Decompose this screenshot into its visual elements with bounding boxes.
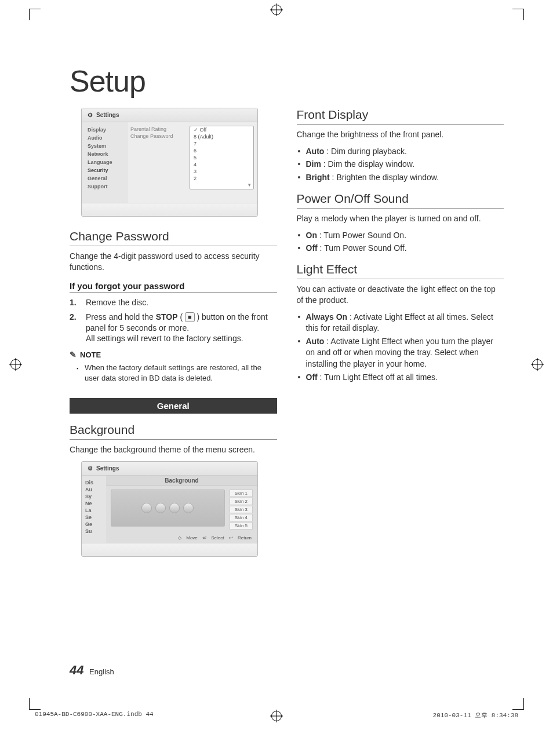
- option-item: 5: [190, 154, 253, 161]
- option-item: 4: [190, 161, 253, 168]
- skin-option: Skin 2: [230, 498, 253, 505]
- section-light-effect: Light Effect: [297, 262, 504, 279]
- settings-submenu: Parental Rating Change Password: [128, 122, 186, 203]
- skin-list: Skin 1 Skin 2 Skin 3 Skin 4 Skin 5: [230, 490, 253, 529]
- stop-icon: ■: [185, 312, 195, 322]
- section-bar-general: General: [70, 398, 277, 414]
- menu-item-selected: Security: [82, 166, 128, 174]
- subheading-forgot-password: If you forgot your password: [70, 281, 277, 293]
- section-desc: Change the background theme of the menu …: [70, 444, 277, 455]
- settings-side-menu: Dis Au Sy Ne La Se Ge Su: [82, 476, 106, 543]
- panel-title: Settings: [96, 112, 119, 118]
- preview-icon: [169, 503, 180, 513]
- note-icon: ✎: [70, 350, 77, 359]
- list-item: Auto : Activate Light Effect when you tu…: [298, 336, 504, 370]
- list-item: Off : Turn Power Sound Off.: [298, 243, 504, 254]
- option-item: 7: [190, 140, 253, 147]
- panel-title: Settings: [96, 465, 119, 472]
- menu-item: Language: [82, 158, 128, 166]
- section-desc: Play a melody when the player is turned …: [297, 213, 504, 224]
- option-checked: Off: [190, 126, 253, 133]
- page-language: English: [89, 667, 114, 676]
- section-desc: Change the brightness of the front panel…: [297, 129, 504, 140]
- note-item: When the factory default settings are re…: [85, 363, 277, 383]
- step-text: Remove the disc.: [86, 297, 148, 308]
- menu-item: La: [82, 507, 106, 514]
- print-footer: 01945A-BD-C6900-XAA-ENG.indb 44 2010-03-…: [35, 711, 518, 720]
- scroll-down-icon: ▾: [190, 182, 253, 189]
- option-item: 2: [190, 175, 253, 182]
- print-file: 01945A-BD-C6900-XAA-ENG.indb 44: [35, 711, 154, 720]
- section-front-display: Front Display: [297, 108, 504, 125]
- preview-icon: [155, 503, 166, 513]
- menu-item: Se: [82, 514, 106, 521]
- section-desc: Change the 4-digit password used to acce…: [70, 251, 277, 273]
- step-item: 1. Remove the disc.: [70, 297, 277, 308]
- page-number: 44: [70, 663, 83, 677]
- settings-panel-security: ⚙ Settings Display Audio System Network …: [81, 108, 258, 217]
- gear-icon: ⚙: [88, 465, 93, 472]
- note-label: NOTE: [80, 350, 101, 359]
- section-background: Background: [70, 423, 277, 440]
- step-text: Press and hold the STOP ( ■ ) button on …: [86, 312, 277, 345]
- option-item: 3: [190, 168, 253, 175]
- menu-item: Dis: [82, 479, 106, 486]
- note-heading: ✎ NOTE: [70, 350, 277, 359]
- list-item: Always On : Activate Light Effect at all…: [298, 312, 504, 334]
- menu-item: General: [82, 174, 128, 182]
- menu-item: Ne: [82, 500, 106, 507]
- page-footer: 44 English: [70, 663, 114, 678]
- skin-option: Skin 4: [230, 514, 253, 521]
- preview-icon: [141, 503, 152, 513]
- list-item: Auto : Dim during playback.: [298, 146, 504, 158]
- list-item: Bright : Brighten the display window.: [298, 172, 504, 184]
- submenu-item: Change Password: [130, 133, 184, 140]
- step-item: 2. Press and hold the STOP ( ■ ) button …: [70, 312, 277, 345]
- settings-side-menu: Display Audio System Network Language Se…: [82, 122, 128, 203]
- print-timestamp: 2010-03-11 오후 8:34:38: [433, 711, 518, 720]
- list-item: Off : Turn Light Effect off at all times…: [298, 372, 504, 384]
- rating-options: Off 8 (Adult) 7 6 5 4 3 2 ▾: [190, 126, 254, 189]
- settings-panel-background: ⚙ Settings Dis Au Sy Ne La Se Ge Su: [81, 461, 258, 557]
- submenu-item: Parental Rating: [130, 126, 184, 133]
- nav-hints: ◇ Move ⏎ Select ↩ Return: [106, 533, 257, 543]
- preview-icon: [183, 503, 194, 513]
- menu-item: Au: [82, 486, 106, 493]
- page-title: Setup: [70, 64, 504, 98]
- menu-item: System: [82, 142, 128, 150]
- menu-item: Su: [82, 528, 106, 535]
- option-item: 8 (Adult): [190, 133, 253, 140]
- skin-option: Skin 5: [230, 522, 253, 529]
- gear-icon: ⚙: [88, 112, 93, 118]
- background-preview: [111, 490, 225, 527]
- menu-item: Audio: [82, 134, 128, 142]
- list-item: Dim : Dim the display window.: [298, 159, 504, 170]
- menu-item: Support: [82, 182, 128, 191]
- menu-item: Display: [82, 126, 128, 134]
- skin-option: Skin 3: [230, 506, 253, 513]
- menu-item: Sy: [82, 493, 106, 500]
- section-desc: You can activate or deactivate the light…: [297, 284, 504, 306]
- background-popup-title: Background: [106, 476, 257, 486]
- list-item: On : Turn Power Sound On.: [298, 230, 504, 242]
- stop-label: STOP: [156, 312, 178, 322]
- option-item: 6: [190, 147, 253, 154]
- section-power-sound: Power On/Off Sound: [297, 192, 504, 209]
- menu-item: Network: [82, 150, 128, 158]
- section-change-password: Change Password: [70, 229, 277, 246]
- skin-option: Skin 1: [230, 490, 253, 497]
- menu-item: Ge: [82, 521, 106, 528]
